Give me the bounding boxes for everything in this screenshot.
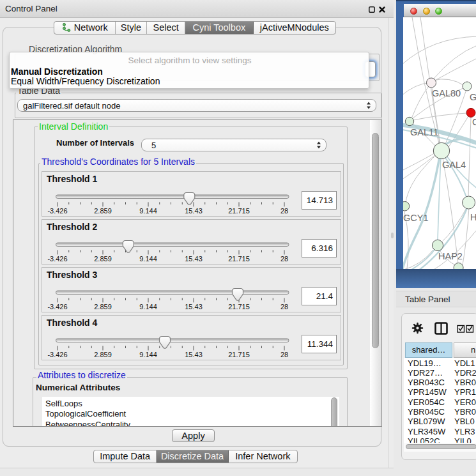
svg-text:21.715: 21.715 [228, 351, 250, 358]
svg-text:G: G [470, 92, 476, 102]
svg-text:-3.426: -3.426 [47, 303, 67, 311]
svg-text:28: 28 [280, 351, 288, 358]
svg-text:15.43: 15.43 [185, 255, 203, 263]
svg-text:GCY1: GCY1 [403, 213, 429, 223]
svg-text:GAL80: GAL80 [432, 88, 461, 98]
svg-text:28: 28 [280, 303, 288, 311]
svg-text:15.43: 15.43 [185, 351, 203, 358]
svg-text:2.859: 2.859 [94, 207, 112, 215]
svg-text:-3.426: -3.426 [47, 351, 67, 358]
svg-text:HAP2: HAP2 [438, 251, 463, 261]
svg-text:21.715: 21.715 [228, 207, 250, 215]
svg-text:C: C [472, 117, 476, 127]
svg-text:21.715: 21.715 [228, 255, 250, 263]
svg-text:-3.426: -3.426 [47, 255, 67, 263]
svg-text:15.43: 15.43 [185, 303, 203, 311]
svg-text:GAL4: GAL4 [442, 160, 466, 170]
svg-text:28: 28 [280, 207, 288, 215]
svg-text:GAL11: GAL11 [410, 127, 438, 137]
svg-text:9.144: 9.144 [139, 207, 157, 215]
svg-text:H: H [470, 212, 476, 222]
svg-text:2.859: 2.859 [94, 351, 112, 358]
svg-text:9.144: 9.144 [139, 351, 157, 358]
svg-text:-3.426: -3.426 [47, 207, 67, 215]
svg-text:21.715: 21.715 [228, 303, 250, 311]
svg-text:28: 28 [280, 255, 288, 263]
svg-text:9.144: 9.144 [139, 255, 157, 263]
svg-text:2.859: 2.859 [94, 255, 112, 263]
svg-text:9.144: 9.144 [139, 303, 157, 311]
svg-text:2.859: 2.859 [94, 303, 112, 311]
svg-text:15.43: 15.43 [185, 207, 203, 215]
